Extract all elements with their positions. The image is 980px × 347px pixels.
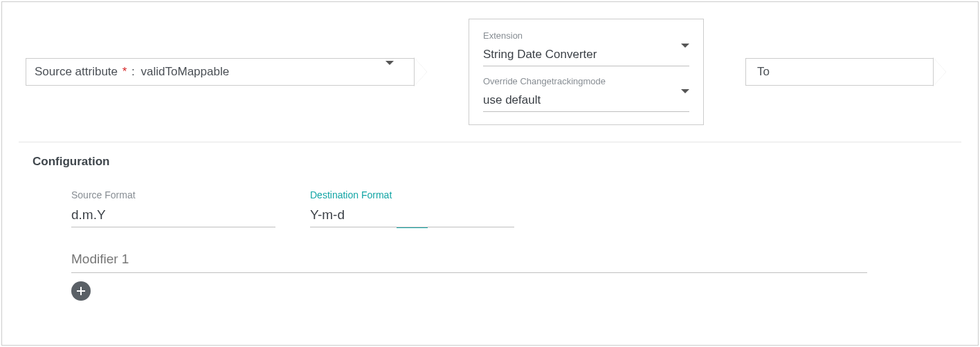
add-modifier-button[interactable] <box>71 281 91 301</box>
source-format-field: Source Format <box>71 189 275 228</box>
override-value: use default <box>483 93 541 107</box>
destination-label: To <box>757 65 770 79</box>
modifier-input[interactable] <box>71 249 867 273</box>
destination-format-label: Destination Format <box>310 189 514 200</box>
override-select[interactable]: use default <box>483 91 689 112</box>
configuration-title: Configuration <box>33 155 947 169</box>
arrow-right-icon <box>415 58 427 86</box>
source-format-label: Source Format <box>71 189 275 200</box>
destination-format-field: Destination Format <box>310 189 514 228</box>
source-attribute-label: Source attribute <box>35 65 118 79</box>
label-separator: : <box>131 65 135 79</box>
destination-format-input[interactable] <box>310 206 514 227</box>
plus-icon <box>75 285 87 297</box>
modifier-row <box>71 249 867 273</box>
chevron-down-icon <box>681 48 689 62</box>
source-attribute-selector[interactable]: Source attribute * : validToMappable <box>26 58 427 86</box>
config-panel: Source attribute * : validToMappable Ext… <box>1 1 979 346</box>
chevron-down-icon <box>385 65 394 79</box>
mapping-row: Source attribute * : validToMappable Ext… <box>19 19 961 125</box>
destination-selector[interactable]: To <box>745 58 946 86</box>
arrow-right-icon <box>934 58 946 86</box>
extension-value: String Date Converter <box>483 48 597 62</box>
section-divider <box>19 142 961 142</box>
override-label: Override Changetrackingmode <box>483 76 689 86</box>
chevron-down-icon <box>681 93 689 107</box>
source-format-input[interactable] <box>71 206 275 227</box>
source-attribute-value: validToMappable <box>141 65 230 79</box>
svg-rect-1 <box>77 290 85 292</box>
configuration-section: Configuration Source Format Destination … <box>19 155 961 301</box>
extension-card: Extension String Date Converter Override… <box>469 19 704 125</box>
extension-label: Extension <box>483 30 689 41</box>
extension-select[interactable]: String Date Converter <box>483 45 689 66</box>
format-fields: Source Format Destination Format <box>33 189 947 228</box>
required-marker: * <box>122 65 127 79</box>
